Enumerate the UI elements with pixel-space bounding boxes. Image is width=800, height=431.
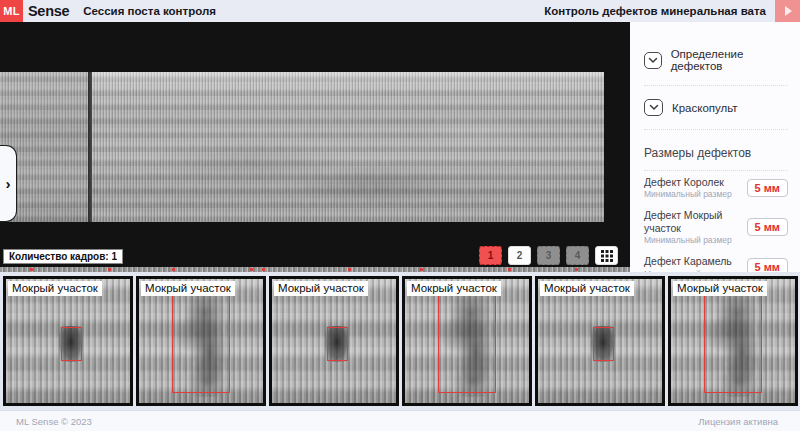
play-icon (785, 6, 792, 16)
section-label: Определение дефектов (671, 48, 788, 72)
belt-main-segment (92, 72, 604, 222)
defect-mark (30, 268, 33, 271)
defect-gallery: Мокрый участок Мокрый участок (0, 272, 800, 410)
app-window: ML Sense Сессия поста контроля Контроль … (0, 0, 800, 431)
conveyor-frame-image (0, 72, 630, 222)
defect-size-row: Дефект Мокрый участок Минимальный размер… (644, 204, 788, 250)
min-size-input[interactable]: 5 мм (747, 218, 788, 236)
control-post-title: Контроль дефектов минеральная вата (544, 5, 766, 17)
settings-sidebar: Определение дефектов Краскопульт Размеры… (630, 22, 800, 272)
defect-label: Мокрый участок (407, 281, 501, 296)
defect-label: Мокрый участок (540, 281, 634, 296)
defect-thumbnail[interactable]: Мокрый участок (535, 276, 665, 406)
defect-thumbnail[interactable]: Мокрый участок (269, 276, 399, 406)
chevron-down-icon (648, 57, 658, 64)
license-status: Лицензия активна (698, 416, 778, 427)
defect-label: Мокрый участок (274, 281, 368, 296)
defect-mark (420, 268, 423, 271)
defect-mark (508, 268, 511, 271)
section-defect-detection: Определение дефектов (644, 48, 788, 86)
defect-mark (262, 268, 265, 271)
ml-logo: ML (0, 0, 23, 22)
page-button-4[interactable]: 4 (566, 246, 589, 265)
defect-sizes-title: Размеры дефектов (644, 146, 788, 171)
camera-viewer: › Количество кадров: 1 1 2 3 4 (0, 22, 630, 272)
defect-thumbnail[interactable]: Мокрый участок (402, 276, 532, 406)
defect-thumbnail[interactable]: Мокрый участок (3, 276, 133, 406)
frame-count-badge: Количество кадров: 1 (3, 249, 123, 264)
defect-mark (108, 268, 111, 271)
bounding-box (327, 327, 348, 360)
page-button-3[interactable]: 3 (537, 246, 560, 265)
start-session-button[interactable] (775, 0, 800, 22)
grid-view-button[interactable] (595, 246, 618, 265)
defect-mark (348, 268, 351, 271)
defect-name: Дефект Королек (644, 176, 732, 189)
defect-thumbnail[interactable]: Мокрый участок (668, 276, 798, 406)
defect-sublabel: Минимальный размер (644, 189, 732, 199)
defect-thumbnail[interactable]: Мокрый участок (136, 276, 266, 406)
defect-sublabel: Минимальный размер (644, 235, 747, 245)
collapse-paint-sprayer-button[interactable] (644, 99, 663, 116)
expand-panel-button[interactable]: › (0, 145, 17, 222)
copyright-text: ML Sense © 2023 (16, 416, 92, 427)
page-title: Сессия поста контроля (83, 5, 216, 17)
bounding-box (61, 327, 82, 360)
page-button-2[interactable]: 2 (508, 246, 531, 265)
defect-label: Мокрый участок (673, 281, 767, 296)
collapse-defect-detection-button[interactable] (644, 52, 662, 69)
brand-name: Sense (28, 3, 69, 19)
min-size-input[interactable]: 5 мм (747, 179, 788, 197)
chevron-right-icon: › (6, 176, 11, 191)
defect-mark (575, 268, 578, 271)
bounding-box (704, 286, 761, 393)
frame-pagination: 1 2 3 4 (479, 246, 618, 265)
page-button-1[interactable]: 1 (479, 246, 502, 265)
defect-mark (172, 268, 175, 271)
defect-size-row: Дефект Карамель Минимальный размер 5 мм (644, 250, 788, 272)
defect-label: Мокрый участок (141, 281, 235, 296)
defect-size-row: Дефект Королек Минимальный размер 5 мм (644, 171, 788, 204)
bounding-box (172, 286, 229, 393)
grid-icon (601, 250, 613, 262)
status-bar: ML Sense © 2023 Лицензия активна (0, 410, 800, 431)
defect-mark (250, 268, 253, 271)
defect-name: Дефект Мокрый участок (644, 209, 747, 235)
bounding-box (593, 327, 614, 360)
top-bar: ML Sense Сессия поста контроля Контроль … (0, 0, 800, 22)
section-paint-sprayer: Краскопульт (644, 99, 788, 130)
section-label: Краскопульт (672, 102, 738, 114)
defect-name: Дефект Карамель (644, 255, 732, 268)
bounding-box (438, 286, 495, 393)
min-size-input[interactable]: 5 мм (747, 258, 788, 272)
chevron-down-icon (649, 104, 659, 111)
defect-label: Мокрый участок (8, 281, 102, 296)
